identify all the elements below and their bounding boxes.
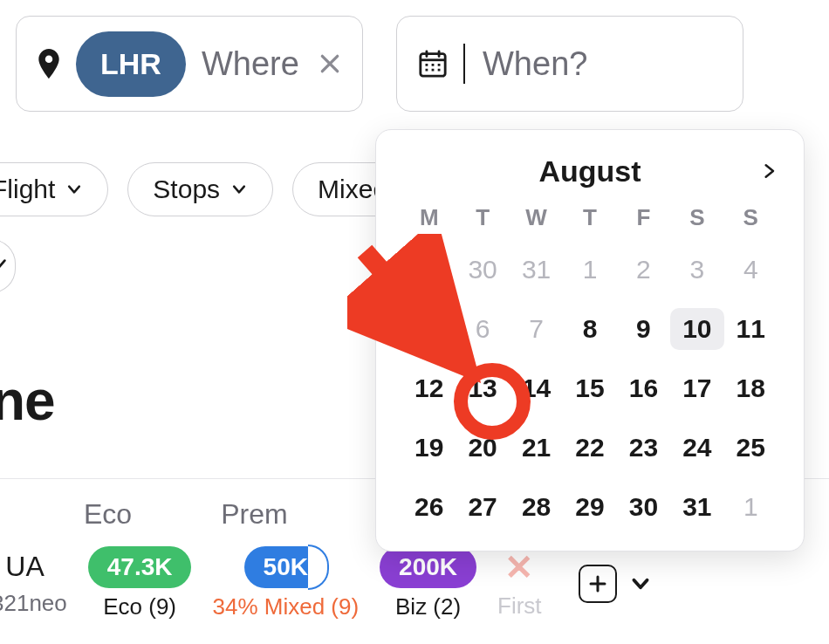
calendar-day[interactable]: 21 (510, 427, 563, 469)
calendar-day (402, 308, 456, 350)
chevron-down-icon[interactable] (629, 572, 652, 595)
calendar-day: 1 (563, 249, 616, 291)
cabin-eco[interactable]: Eco (84, 498, 132, 531)
calendar-day[interactable]: 18 (724, 367, 778, 409)
calendar-next-button[interactable] (760, 156, 778, 190)
biz-price-pill[interactable]: 200K (380, 546, 476, 588)
chevron-down-icon (230, 181, 248, 198)
calendar-day[interactable]: 15 (563, 367, 616, 409)
calendar-dow: T (456, 204, 509, 231)
calendar-dow: S (670, 204, 723, 231)
calendar-day: 4 (724, 249, 778, 291)
biz-sub: Biz (2) (395, 593, 461, 620)
calendar-popover: August MTWTFSS29303112346789101112131415… (375, 129, 805, 552)
location-pin-icon (38, 49, 60, 79)
first-sub: First (497, 593, 542, 620)
eco-price-pill[interactable]: 47.3K (88, 546, 192, 588)
date-placeholder: When? (483, 45, 587, 83)
calendar-day[interactable]: 12 (402, 367, 456, 409)
calendar-day[interactable]: 11 (724, 308, 778, 350)
calendar-day: 7 (510, 308, 563, 350)
calendar-dow: T (563, 204, 616, 231)
eco-sub: Eco (9) (103, 593, 176, 620)
calendar-day[interactable]: 10 (670, 308, 723, 350)
calendar-dow: S (724, 204, 778, 231)
filter-flight-label: Flight (0, 175, 55, 204)
calendar-day: 31 (510, 249, 563, 291)
calendar-day: 2 (617, 249, 670, 291)
calendar-day[interactable]: 19 (402, 427, 456, 469)
search-row: LHR Where t When? (0, 0, 829, 112)
filter-stops-label: Stops (153, 175, 220, 204)
calendar-day: 30 (456, 249, 509, 291)
destination-placeholder: Where t (202, 45, 303, 83)
calendar-day[interactable]: 25 (724, 427, 778, 469)
filter-stops[interactable]: Stops (127, 162, 273, 216)
calendar-day[interactable]: 27 (456, 486, 509, 528)
calendar-dow: F (617, 204, 670, 231)
calendar-day[interactable]: 31 (670, 486, 723, 528)
calendar-day[interactable]: 14 (510, 367, 563, 409)
check-icon (0, 257, 8, 276)
eco-col[interactable]: 47.3K Eco (9) (88, 546, 192, 620)
date-field[interactable]: When? (396, 16, 743, 112)
filter-checked[interactable] (0, 239, 16, 293)
calendar-day[interactable]: 23 (617, 427, 670, 469)
calendar-day: 3 (670, 249, 723, 291)
calendar-day[interactable]: 9 (617, 308, 670, 350)
calendar-month-label: August (538, 154, 641, 188)
prem-sub: 34% Mixed (9) (212, 593, 359, 620)
calendar-day[interactable]: 24 (670, 427, 723, 469)
calendar-day[interactable]: 30 (617, 486, 670, 528)
cabin-prem[interactable]: Prem (221, 498, 287, 531)
text-cursor (463, 44, 465, 84)
calendar-day: 1 (724, 486, 778, 528)
first-col: ✕ First (497, 547, 542, 620)
expand-button[interactable] (579, 565, 617, 603)
x-icon: ✕ (504, 547, 534, 587)
chevron-down-icon (65, 181, 83, 198)
calendar-day[interactable]: 29 (563, 486, 616, 528)
biz-col[interactable]: 200K Biz (2) (380, 546, 476, 620)
calendar-grid: MTWTFSS293031123467891011121314151617181… (402, 204, 778, 528)
calendar-day[interactable]: 8 (563, 308, 616, 350)
calendar-day[interactable]: 26 (402, 486, 456, 528)
calendar-icon (418, 49, 448, 79)
calendar-day: 6 (456, 308, 509, 350)
clear-icon[interactable] (319, 52, 341, 75)
calendar-day[interactable]: 17 (670, 367, 723, 409)
origin-airport-chip[interactable]: LHR (76, 31, 186, 97)
filter-flight[interactable]: Flight (0, 162, 108, 216)
prem-col[interactable]: 50K 34% Mixed (9) (212, 546, 359, 620)
calendar-day[interactable]: 13 (456, 367, 509, 409)
carrier-code: UA (5, 551, 44, 583)
calendar-day[interactable]: 20 (456, 427, 509, 469)
calendar-dow: M (402, 204, 456, 231)
calendar-dow: W (510, 204, 563, 231)
calendar-header: August (402, 154, 778, 188)
calendar-day: 29 (402, 249, 456, 291)
calendar-day[interactable]: 28 (510, 486, 563, 528)
prem-price-pill[interactable]: 50K (244, 546, 327, 588)
calendar-day[interactable]: 16 (617, 367, 670, 409)
aircraft-type: 321neo (0, 590, 67, 617)
calendar-day[interactable]: 22 (563, 427, 616, 469)
origin-field[interactable]: LHR Where t (16, 16, 363, 112)
